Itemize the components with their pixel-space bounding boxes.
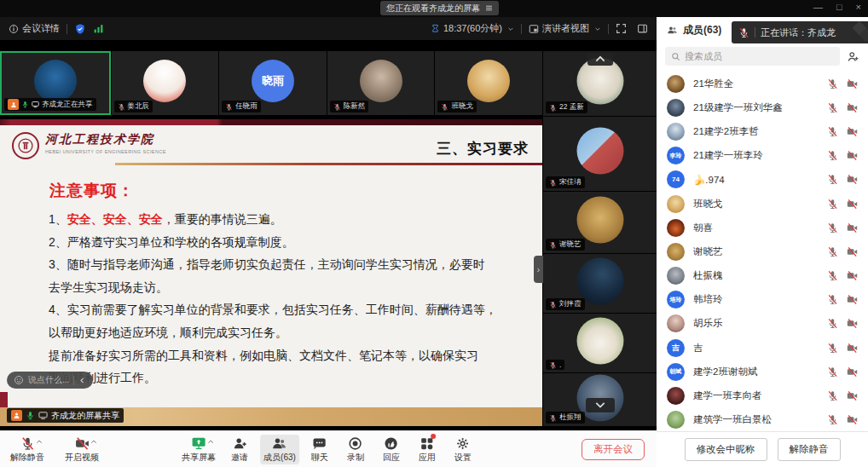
toolbar-chat[interactable]: 聊天 xyxy=(304,435,335,464)
member-row[interactable]: 班晓戈 xyxy=(657,192,868,216)
mic-muted-icon[interactable] xyxy=(827,246,838,257)
chevron-up-icon[interactable] xyxy=(36,440,43,444)
member-row[interactable]: 朝喜 xyxy=(657,216,868,239)
member-row[interactable]: 21华胜全 xyxy=(657,72,868,95)
mic-muted-icon[interactable] xyxy=(827,222,838,234)
collapse-down-button[interactable] xyxy=(586,398,615,412)
camera-muted-icon[interactable] xyxy=(847,102,858,113)
member-name: 21级建学一班刘华鑫 xyxy=(693,101,827,114)
video-tile[interactable]: . xyxy=(543,314,657,372)
camera-muted-icon[interactable] xyxy=(847,414,858,425)
video-tile[interactable]: 姜北辰 xyxy=(112,51,219,115)
mic-muted-icon[interactable] xyxy=(827,126,838,137)
toolbar-invite[interactable]: 邀请 xyxy=(224,435,255,464)
video-tile[interactable]: 晓雨任晓雨 xyxy=(219,51,327,115)
close-button[interactable]: × xyxy=(856,2,861,12)
camera-muted-icon[interactable] xyxy=(847,294,858,305)
video-tile[interactable]: 杜振翔 xyxy=(543,373,657,426)
member-row[interactable]: 胡乐乐 xyxy=(657,312,868,336)
mic-muted-icon[interactable] xyxy=(827,78,838,89)
side-panel-icon[interactable] xyxy=(637,23,648,34)
member-row[interactable]: 培玲韩培玲 xyxy=(657,288,868,312)
member-row[interactable]: 李玲21建学一班李玲 xyxy=(657,144,868,168)
video-tile[interactable]: 齐成龙正在共享 xyxy=(0,51,111,115)
member-row[interactable]: 建筑学一班白景松 xyxy=(657,408,868,431)
chat-input-placeholder[interactable]: 说点什么... xyxy=(28,374,69,386)
toolbar-share-screen[interactable]: 共享屏幕 xyxy=(178,435,219,464)
body-text: 3、随时与指导老师沟通，指导老师切实负起责任，主动询问学生实习情况，必要时 xyxy=(49,257,485,271)
maximize-button[interactable]: □ xyxy=(836,2,842,12)
member-row[interactable]: 21建学2班李哲 xyxy=(657,119,868,143)
collapse-chat-icon[interactable] xyxy=(78,377,86,384)
toolbar-record[interactable]: 录制 xyxy=(340,435,371,464)
search-input[interactable]: 搜索成员 xyxy=(665,47,840,66)
camera-muted-icon[interactable] xyxy=(847,246,858,257)
avatar xyxy=(667,243,685,261)
camera-muted-icon[interactable] xyxy=(847,199,858,210)
toolbar-apps[interactable]: 应用 xyxy=(412,435,443,464)
member-status xyxy=(827,318,858,329)
video-tile[interactable]: 宋佳珃 xyxy=(543,117,657,191)
expand-strip-button[interactable]: › xyxy=(534,256,543,283)
camera-muted-icon[interactable] xyxy=(847,150,858,161)
unmute-all-button[interactable]: 解除静音 xyxy=(778,438,841,461)
member-row[interactable]: 谢晓艺 xyxy=(657,239,868,263)
meeting-app-window: 您正在观看齐成龙的屏幕 — □ × 会议详情 xyxy=(0,0,868,467)
mic-muted-icon[interactable] xyxy=(827,390,838,401)
quick-chat-pill[interactable]: 说点什么... xyxy=(7,372,93,389)
mic-muted-icon[interactable] xyxy=(827,366,838,378)
member-row[interactable]: 朝斌建学2班谢朝斌 xyxy=(657,360,868,383)
chevron-up-icon[interactable] xyxy=(207,440,214,444)
mic-muted-icon[interactable] xyxy=(827,102,838,113)
mic-muted-icon[interactable] xyxy=(827,270,838,281)
meeting-timer-dropdown[interactable]: 18:37(60分钟) xyxy=(431,22,514,35)
mic-muted-icon[interactable] xyxy=(827,199,838,210)
camera-muted-icon[interactable] xyxy=(847,78,858,89)
add-person-icon[interactable] xyxy=(847,50,859,63)
camera-muted-icon[interactable] xyxy=(847,222,858,234)
toolbar-unmute[interactable]: 解除静音 xyxy=(7,435,48,464)
member-row[interactable]: 吉吉 xyxy=(657,336,868,360)
member-row[interactable]: 杜振槐 xyxy=(657,264,868,288)
video-tile[interactable]: 22 孟新 xyxy=(543,51,657,116)
toolbar-start-video[interactable]: 开启视频 xyxy=(61,435,102,464)
camera-muted-icon[interactable] xyxy=(847,366,858,378)
menu-icon[interactable] xyxy=(485,4,493,12)
avatar xyxy=(576,197,623,244)
camera-muted-icon[interactable] xyxy=(847,174,858,185)
toolbar-settings[interactable]: 设置 xyxy=(448,435,478,464)
video-tile[interactable]: 刘拌霞 xyxy=(543,254,657,313)
toolbar-members[interactable]: 成员(63) xyxy=(260,435,299,464)
members-panel: 成员(63) × 搜索成员 21华胜全21级建学一班刘华鑫21建学2班李哲李玲2… xyxy=(657,17,868,467)
mic-muted-icon[interactable] xyxy=(827,343,838,354)
camera-muted-icon[interactable] xyxy=(847,270,858,281)
network-signal-icon[interactable] xyxy=(93,23,104,34)
video-tile[interactable]: 谢晓艺 xyxy=(543,192,657,253)
fullscreen-icon[interactable] xyxy=(616,23,627,34)
member-row[interactable]: 21级建学一班刘华鑫 xyxy=(657,95,868,119)
video-tile[interactable]: 陈新然 xyxy=(327,51,435,115)
camera-muted-icon[interactable] xyxy=(847,343,858,354)
security-shield-icon[interactable] xyxy=(74,23,86,35)
rename-button[interactable]: 修改会中昵称 xyxy=(685,438,767,461)
leave-meeting-button[interactable]: 离开会议 xyxy=(582,439,645,460)
mic-muted-icon[interactable] xyxy=(827,414,838,425)
emoji-icon[interactable] xyxy=(14,375,24,385)
view-mode-dropdown[interactable]: 演讲者视图 xyxy=(529,22,601,35)
collapse-up-button[interactable] xyxy=(587,53,613,66)
member-row[interactable]: 建学一班李向者 xyxy=(657,383,868,407)
video-tile[interactable]: 班晓戈 xyxy=(435,51,542,115)
chevron-up-icon[interactable] xyxy=(90,440,97,444)
mic-muted-icon[interactable] xyxy=(827,294,838,305)
minimize-button[interactable]: — xyxy=(813,2,823,12)
member-status xyxy=(827,366,858,378)
camera-muted-icon[interactable] xyxy=(847,318,858,329)
mic-muted-icon[interactable] xyxy=(827,318,838,329)
toolbar-react[interactable]: 回应 xyxy=(376,435,407,464)
camera-muted-icon[interactable] xyxy=(847,126,858,137)
member-row[interactable]: 74🍌.974 xyxy=(657,168,868,192)
mic-muted-icon[interactable] xyxy=(827,150,838,161)
camera-muted-icon[interactable] xyxy=(847,390,858,401)
meeting-details-button[interactable]: 会议详情 xyxy=(9,22,60,35)
mic-muted-icon[interactable] xyxy=(827,174,838,185)
